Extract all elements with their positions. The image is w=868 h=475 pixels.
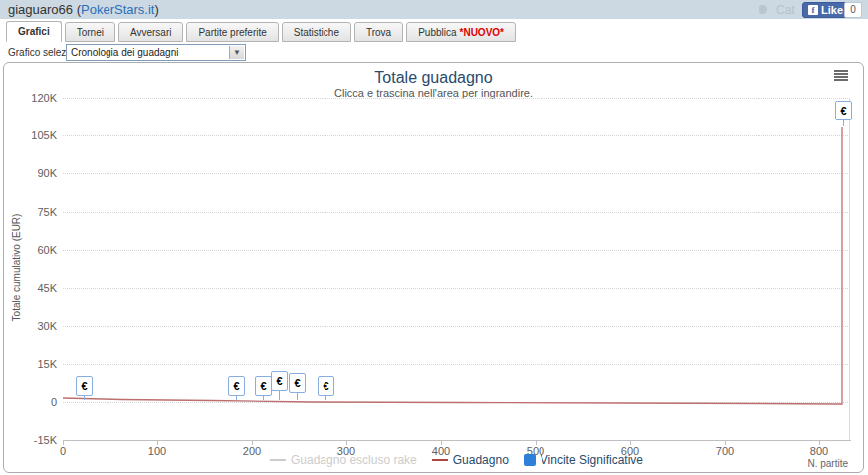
euro-marker[interactable]: € (318, 376, 334, 396)
site-close-paren: ) (154, 2, 158, 17)
tab-partite-preferite[interactable]: Partite preferite (186, 22, 278, 42)
facebook-icon: f (808, 5, 818, 15)
y-tick-label: 60K (4, 244, 57, 256)
chart-legend: Guadagno escluso rake Guadagno Vincite S… (63, 453, 850, 467)
chart-selector-value: Cronologia dei guadagni (71, 47, 178, 58)
y-tick-label: 45K (4, 282, 57, 294)
tab-label: Grafici (18, 26, 50, 37)
status-dot-icon (759, 5, 767, 14)
facebook-like-button[interactable]: f Like (802, 2, 849, 18)
tab-pubblica[interactable]: Pubblica *NUOVO* (406, 22, 516, 42)
euro-marker[interactable]: € (76, 376, 93, 396)
euro-icon: € (840, 105, 846, 117)
legend-line-icon (270, 459, 286, 461)
chart-container: Totale guadagno Clicca e trascina nell'a… (3, 62, 864, 473)
euro-icon: € (323, 380, 328, 392)
tab-statistiche[interactable]: Statistiche (282, 22, 351, 42)
euro-icon: € (81, 380, 87, 392)
tab-label: Statistiche (294, 27, 339, 38)
euro-marker[interactable]: € (255, 376, 272, 396)
legend-square-icon (524, 454, 536, 466)
tab-label: Trova (366, 27, 391, 38)
guadagno-line (63, 127, 842, 404)
poker-stats-page: giaguaro66 (PokerStars.it) Cat f Like 0 … (0, 0, 868, 475)
facebook-like-count[interactable]: 0 (844, 2, 862, 18)
tab-tornei[interactable]: Tornei (65, 22, 115, 42)
site-link[interactable]: PokerStars.it (81, 2, 154, 17)
legend-item-guadagno[interactable]: Guadagno (432, 453, 509, 467)
y-axis-title: Totale cumulativo (EUR) (11, 97, 22, 439)
tab-label: Avversari (130, 27, 172, 38)
euro-icon: € (294, 377, 300, 389)
legend-item-guadagno-escluso-rake[interactable]: Guadagno escluso rake (270, 453, 417, 467)
y-tick-label: 30K (4, 320, 57, 332)
legend-item-vincite-significative[interactable]: Vincite Significative (524, 453, 643, 467)
plot-area[interactable] (63, 98, 850, 441)
y-tick-label: 0 (4, 396, 57, 408)
y-tick-label: 120K (4, 92, 57, 104)
euro-icon: € (276, 375, 282, 387)
header-bar: giaguaro66 (PokerStars.it) Cat f Like 0 (0, 0, 868, 19)
euro-marker[interactable]: € (228, 376, 245, 396)
tab-label: Partite preferite (198, 27, 266, 38)
tab-grafici[interactable]: Grafici (6, 21, 62, 42)
euro-marker[interactable]: € (271, 371, 288, 391)
nuovo-badge: *NUOVO* (460, 27, 504, 38)
legend-line-icon (432, 459, 448, 461)
euro-icon: € (233, 380, 239, 392)
euro-icon: € (260, 380, 266, 392)
y-tick-label: 90K (4, 167, 57, 179)
tab-label: Tornei (77, 27, 104, 38)
chart-menu-icon[interactable] (833, 69, 849, 83)
tab-avversari[interactable]: Avversari (118, 22, 184, 42)
faded-caption: Cat (776, 3, 795, 17)
facebook-like-label: Like (821, 4, 843, 16)
dropdown-arrow-icon: ▼ (229, 46, 244, 59)
legend-label: Vincite Significative (541, 453, 643, 467)
tab-trova[interactable]: Trova (354, 22, 403, 42)
euro-marker[interactable]: € (835, 101, 852, 120)
y-tick-label: 75K (4, 206, 57, 218)
chart-title: Totale guadagno (4, 69, 863, 87)
username: giaguaro66 (8, 2, 73, 17)
euro-marker[interactable]: € (289, 373, 306, 393)
page-title: giaguaro66 (PokerStars.it) (8, 2, 159, 17)
tab-bar: Grafici Tornei Avversari Partite preferi… (6, 21, 516, 42)
chart-selector-dropdown[interactable]: Cronologia dei guadagni ▼ (66, 44, 246, 61)
y-tick-label: 105K (4, 129, 57, 141)
y-tick-label: 15K (4, 358, 57, 370)
tab-label: Pubblica (418, 27, 456, 38)
legend-label: Guadagno (453, 453, 509, 467)
site-open-paren: ( (73, 2, 81, 17)
legend-label: Guadagno escluso rake (291, 453, 417, 467)
